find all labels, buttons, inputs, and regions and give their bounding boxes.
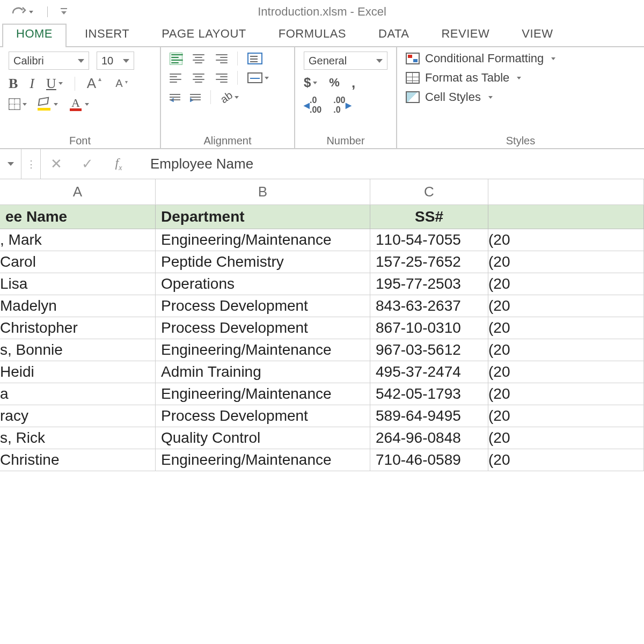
- header-cell-b[interactable]: Department: [156, 205, 370, 229]
- fill-color-button[interactable]: [38, 98, 58, 111]
- conditional-formatting-button[interactable]: Conditional Formatting: [406, 52, 635, 65]
- cell-a[interactable]: Heidi: [0, 361, 156, 383]
- orientation-button[interactable]: ab: [221, 91, 239, 104]
- group-number: General $ % , ◀.0.00 .00.0▶ Number: [295, 47, 397, 148]
- comma-format-button[interactable]: ,: [352, 79, 355, 86]
- tab-data[interactable]: DATA: [362, 24, 425, 46]
- wrap-text-button[interactable]: [247, 53, 262, 64]
- cell-c[interactable]: 542-05-1793: [370, 383, 488, 405]
- cell-b[interactable]: Engineering/Maintenance: [156, 383, 370, 405]
- increase-decimal-button[interactable]: ◀.0.00: [304, 96, 321, 115]
- name-box-dropdown[interactable]: [0, 149, 21, 179]
- column-header-b[interactable]: B: [156, 179, 370, 205]
- cell-c[interactable]: 967-03-5612: [370, 339, 488, 361]
- cancel-formula-button[interactable]: ✕: [41, 149, 72, 179]
- column-header-c[interactable]: C: [370, 179, 488, 205]
- cell-a[interactable]: Christine: [0, 449, 156, 471]
- cell-d[interactable]: (20: [488, 273, 644, 295]
- cell-b[interactable]: Process Development: [156, 295, 370, 317]
- tab-home[interactable]: HOME: [0, 24, 69, 46]
- cell-b[interactable]: Engineering/Maintenance: [156, 229, 370, 251]
- header-cell-c[interactable]: SS#: [370, 205, 488, 229]
- cell-a[interactable]: a: [0, 383, 156, 405]
- font-color-button[interactable]: A: [69, 97, 89, 111]
- cell-a[interactable]: Lisa: [0, 273, 156, 295]
- cell-b[interactable]: Peptide Chemistry: [156, 251, 370, 273]
- percent-format-button[interactable]: %: [329, 76, 340, 90]
- cell-c[interactable]: 495-37-2474: [370, 361, 488, 383]
- italic-button[interactable]: I: [30, 76, 34, 92]
- cell-b[interactable]: Engineering/Maintenance: [156, 339, 370, 361]
- cell-d[interactable]: (20: [488, 383, 644, 405]
- cell-b[interactable]: Process Development: [156, 317, 370, 339]
- redo-button[interactable]: [11, 6, 33, 18]
- cell-a[interactable]: , Mark: [0, 229, 156, 251]
- tab-insert[interactable]: INSERT: [69, 24, 145, 46]
- tab-page-layout[interactable]: PAGE LAYOUT: [145, 24, 262, 46]
- increase-font-button[interactable]: A: [87, 75, 96, 92]
- cell-a[interactable]: s, Rick: [0, 427, 156, 449]
- cell-b[interactable]: Admin Training: [156, 361, 370, 383]
- number-format-dropdown[interactable]: General: [304, 52, 387, 70]
- decrease-indent-button[interactable]: [170, 94, 180, 100]
- font-size-dropdown[interactable]: 10: [97, 52, 134, 70]
- formula-input[interactable]: Employee Name: [134, 156, 644, 172]
- cell-d[interactable]: (20: [488, 295, 644, 317]
- font-name-dropdown[interactable]: Calibri: [9, 52, 89, 70]
- cell-b[interactable]: Engineering/Maintenance: [156, 449, 370, 471]
- cell-d[interactable]: (20: [488, 427, 644, 449]
- cell-d[interactable]: (20: [488, 339, 644, 361]
- align-middle-button[interactable]: [192, 54, 205, 63]
- enter-formula-button[interactable]: ✓: [72, 149, 103, 179]
- merge-center-button[interactable]: [247, 72, 269, 83]
- increase-indent-button[interactable]: [190, 94, 201, 100]
- cell-b[interactable]: Quality Control: [156, 427, 370, 449]
- align-center-button[interactable]: [192, 74, 205, 83]
- align-top-button[interactable]: [170, 53, 182, 65]
- cell-c[interactable]: 843-63-2637: [370, 295, 488, 317]
- cell-b[interactable]: Process Development: [156, 405, 370, 427]
- borders-button[interactable]: [9, 98, 27, 110]
- cell-d[interactable]: (20: [488, 229, 644, 251]
- header-cell-d[interactable]: [488, 205, 644, 229]
- cell-a[interactable]: Carol: [0, 251, 156, 273]
- cell-d[interactable]: (20: [488, 361, 644, 383]
- header-cell-a[interactable]: ee Name: [0, 205, 156, 229]
- cell-c[interactable]: 710-46-0589: [370, 449, 488, 471]
- cell-d[interactable]: (20: [488, 405, 644, 427]
- tab-review[interactable]: REVIEW: [425, 24, 506, 46]
- cell-d[interactable]: (20: [488, 251, 644, 273]
- cell-c[interactable]: 264-96-0848: [370, 427, 488, 449]
- accounting-format-button[interactable]: $: [304, 75, 317, 90]
- decrease-font-button[interactable]: A: [115, 77, 122, 90]
- cell-c[interactable]: 157-25-7652: [370, 251, 488, 273]
- cell-styles-button[interactable]: Cell Styles: [406, 90, 635, 104]
- align-bottom-button[interactable]: [215, 54, 228, 63]
- worksheet-grid[interactable]: A B C ee Name Department SS# , MarkEngin…: [0, 179, 644, 471]
- cell-styles-icon: [406, 91, 420, 103]
- cell-c[interactable]: 867-10-0310: [370, 317, 488, 339]
- align-right-button[interactable]: [215, 74, 228, 83]
- formula-bar-expand[interactable]: ⋮: [21, 149, 41, 179]
- bold-button[interactable]: B: [9, 76, 18, 92]
- tab-view[interactable]: VIEW: [506, 24, 569, 46]
- cell-a[interactable]: Christopher: [0, 317, 156, 339]
- cell-c[interactable]: 195-77-2503: [370, 273, 488, 295]
- decrease-decimal-button[interactable]: .00.0▶: [333, 96, 351, 115]
- cell-b[interactable]: Operations: [156, 273, 370, 295]
- cell-c[interactable]: 589-64-9495: [370, 405, 488, 427]
- cell-c[interactable]: 110-54-7055: [370, 229, 488, 251]
- cell-a[interactable]: s, Bonnie: [0, 339, 156, 361]
- tab-formulas[interactable]: FORMULAS: [262, 24, 362, 46]
- column-header-a[interactable]: A: [0, 179, 156, 205]
- insert-function-button[interactable]: fx: [103, 149, 134, 179]
- cell-a[interactable]: Madelyn: [0, 295, 156, 317]
- format-as-table-button[interactable]: Format as Table: [406, 71, 635, 85]
- customize-qat-button[interactable]: [60, 7, 68, 17]
- cell-d[interactable]: (20: [488, 317, 644, 339]
- cell-a[interactable]: racy: [0, 405, 156, 427]
- align-left-button[interactable]: [170, 74, 182, 83]
- underline-button[interactable]: U: [46, 76, 63, 92]
- cell-d[interactable]: (20: [488, 449, 644, 471]
- column-header-d[interactable]: [488, 179, 644, 205]
